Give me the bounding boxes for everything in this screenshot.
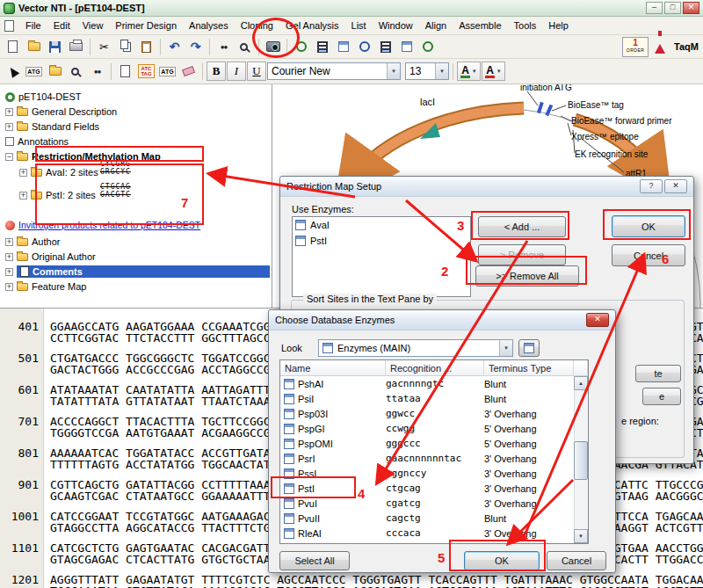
enzyme-row[interactable]: PvuII cagctg Blunt	[280, 511, 576, 526]
menu-primer-design[interactable]: Primer Design	[109, 18, 183, 33]
eraser-icon[interactable]	[178, 62, 199, 82]
cut-icon[interactable]: ✂	[94, 37, 114, 57]
tree-item-original-author[interactable]: Original Author	[5, 250, 96, 264]
open-map-icon[interactable]	[45, 62, 65, 82]
truncated-button[interactable]: e	[642, 388, 681, 405]
scroll-up-icon[interactable]: ▲	[574, 376, 588, 390]
ok-button[interactable]: OK	[612, 215, 685, 237]
enzyme-row[interactable]: PshAI gacnnnngtc Blunt	[280, 376, 576, 391]
primer-icon[interactable]	[417, 37, 438, 57]
menu-view[interactable]: View	[76, 18, 110, 33]
tree-item-feature-map[interactable]: Feature Map	[5, 279, 86, 294]
align-icon[interactable]	[396, 37, 417, 57]
flask-icon[interactable]	[649, 37, 670, 57]
enzyme-row[interactable]: RleAI cccaca 3' Overhang	[280, 526, 576, 541]
italic-button[interactable]: I	[227, 62, 246, 81]
highlight-color-button[interactable]: A▼	[482, 62, 505, 81]
enzyme-row[interactable]: PsiI ttataa Blunt	[280, 391, 576, 406]
collapse-icon[interactable]	[5, 153, 13, 161]
tree-item-psti[interactable]: PstI: 2 sites	[19, 188, 96, 202]
atc-tag-icon[interactable]: ATCTAG	[136, 62, 156, 82]
document-window-icon[interactable]	[4, 20, 14, 32]
enzyme-table[interactable]: Name Recognition ... Terminus Type PshAI…	[279, 359, 589, 544]
atg-codon-icon[interactable]: ATG	[157, 62, 178, 82]
tree-item-invitrogen-link[interactable]: Invitrogen products related to pET104-DE…	[5, 218, 200, 232]
column-recognition[interactable]: Recognition ...	[386, 360, 484, 375]
menu-list[interactable]: List	[345, 18, 373, 33]
use-enzymes-list[interactable]: AvaI PstI	[292, 216, 471, 297]
chevron-down-icon[interactable]: ▼	[387, 63, 400, 79]
menu-align[interactable]: Align	[419, 18, 453, 33]
tree-item-molecule[interactable]: pET104-DEST	[5, 90, 82, 104]
enzyme-row[interactable]: PspGI ccwgg 5' Overhang	[280, 421, 576, 436]
menu-cloning[interactable]: Cloning	[235, 18, 279, 33]
print-icon[interactable]	[66, 37, 86, 57]
scroll-down-icon[interactable]: ▼	[574, 529, 588, 543]
underline-button[interactable]: U	[247, 62, 266, 81]
menu-gel-analysis[interactable]: Gel Analysis	[279, 18, 345, 33]
tree-item-general-description[interactable]: General Description	[5, 105, 117, 119]
tree-item-avai[interactable]: AvaI: 2 sites	[19, 165, 98, 179]
gel-icon[interactable]	[312, 37, 332, 57]
help-icon[interactable]	[640, 179, 663, 193]
text-color-button[interactable]: A▼	[457, 62, 481, 81]
zoom-in-icon[interactable]	[66, 62, 86, 82]
menu-tools[interactable]: Tools	[508, 18, 543, 33]
enzyme-row[interactable]: PspOMI gggccc 5' Overhang	[280, 436, 576, 451]
enzyme-row[interactable]: Psp03I ggwcc 3' Overhang	[280, 406, 576, 421]
select-all-button[interactable]: Select All	[279, 551, 350, 570]
remove-all-button[interactable]: >> Remove All	[475, 265, 579, 287]
tree-item-standard-fields[interactable]: Standard Fields	[5, 120, 99, 134]
expand-icon[interactable]	[5, 268, 13, 276]
table-header[interactable]: Name Recognition ... Terminus Type	[280, 360, 588, 376]
enzyme-table-icon[interactable]	[333, 37, 353, 57]
camera-icon[interactable]	[263, 37, 283, 57]
column-terminus[interactable]: Terminus Type	[484, 360, 574, 375]
close-button[interactable]: ✕	[683, 2, 699, 14]
chevron-down-icon[interactable]: ▼	[499, 340, 512, 356]
expand-icon[interactable]	[19, 192, 27, 200]
font-family-combo[interactable]: Courier New ▼	[267, 62, 401, 80]
tree-item-comments[interactable]: Comments	[5, 265, 270, 279]
cancel-button[interactable]: Cancel	[612, 244, 685, 266]
tree-item-annotations[interactable]: Annotations	[5, 134, 69, 149]
find-icon[interactable]: ●●	[214, 37, 234, 57]
undo-icon[interactable]: ↶	[164, 37, 185, 57]
truncated-button[interactable]: te	[635, 365, 681, 382]
expand-icon[interactable]	[5, 238, 13, 246]
dialog-titlebar[interactable]: Choose Database Enzymes	[269, 310, 615, 330]
order-button[interactable]: 1 ORDER	[622, 37, 649, 57]
open-icon[interactable]	[24, 37, 44, 57]
select-pointer-icon[interactable]	[3, 62, 23, 82]
bold-button[interactable]: B	[207, 62, 226, 81]
remove-button[interactable]: > Remove	[478, 244, 566, 265]
ok-button[interactable]: OK	[464, 551, 540, 570]
paste-icon[interactable]	[136, 37, 156, 57]
orf-atg-icon[interactable]: ATG	[24, 62, 44, 82]
menu-assemble[interactable]: Assemble	[453, 18, 507, 33]
scrollbar-thumb[interactable]	[574, 441, 588, 480]
zoom-icon[interactable]	[235, 37, 255, 57]
cancel-button[interactable]: Cancel	[547, 551, 606, 570]
maximize-button[interactable]: □	[664, 2, 681, 14]
expand-icon[interactable]	[5, 108, 13, 116]
enzyme-row[interactable]: PssI rggnccy 3' Overhang	[280, 466, 576, 481]
redo-icon[interactable]: ↷	[185, 37, 206, 57]
menu-file[interactable]: File	[19, 18, 47, 33]
enzyme-row[interactable]: PvuI cgatcg 3' Overhang	[280, 496, 576, 511]
enzyme-list-item[interactable]: PstI	[293, 233, 470, 249]
expand-icon[interactable]	[19, 169, 27, 177]
checkbox-icon[interactable]	[5, 137, 14, 146]
copy-icon[interactable]	[115, 37, 135, 57]
menu-analyses[interactable]: Analyses	[183, 18, 235, 33]
enzyme-row-psti[interactable]: PstI ctgcag 3' Overhang	[280, 481, 576, 496]
menu-help[interactable]: Help	[542, 18, 575, 33]
menu-window[interactable]: Window	[373, 18, 419, 33]
dialog-titlebar[interactable]: Restriction Map Setup	[280, 177, 693, 197]
enzyme-list-item[interactable]: AvaI	[293, 217, 470, 233]
add-button[interactable]: < Add ...	[478, 216, 566, 237]
enzyme-row[interactable]: PsrI gaacnnnnnntac 3' Overhang	[280, 451, 576, 466]
minimize-button[interactable]: –	[646, 2, 663, 14]
column-name[interactable]: Name	[280, 360, 386, 375]
menu-edit[interactable]: Edit	[47, 18, 76, 33]
